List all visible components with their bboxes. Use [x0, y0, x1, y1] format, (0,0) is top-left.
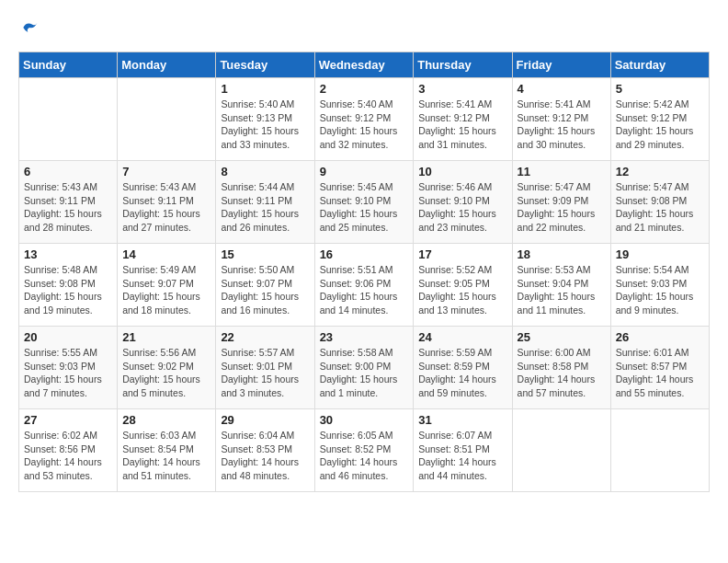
- calendar-week-row: 20Sunrise: 5:55 AM Sunset: 9:03 PM Dayli…: [19, 327, 710, 409]
- day-detail: Sunrise: 5:42 AM Sunset: 9:12 PM Dayligh…: [616, 98, 704, 152]
- day-detail: Sunrise: 6:03 AM Sunset: 8:54 PM Dayligh…: [122, 429, 210, 483]
- logo: [18, 18, 39, 37]
- weekday-header-friday: Friday: [512, 52, 610, 78]
- day-detail: Sunrise: 6:04 AM Sunset: 8:53 PM Dayligh…: [221, 429, 309, 483]
- calendar-cell: 31Sunrise: 6:07 AM Sunset: 8:51 PM Dayli…: [414, 409, 512, 492]
- day-number: 14: [122, 247, 210, 261]
- calendar-cell: 29Sunrise: 6:04 AM Sunset: 8:53 PM Dayli…: [216, 409, 314, 492]
- calendar-week-row: 27Sunrise: 6:02 AM Sunset: 8:56 PM Dayli…: [19, 409, 710, 492]
- day-number: 7: [122, 165, 210, 178]
- day-detail: Sunrise: 5:41 AM Sunset: 9:12 PM Dayligh…: [418, 98, 506, 152]
- day-detail: Sunrise: 5:47 AM Sunset: 9:09 PM Dayligh…: [518, 180, 606, 235]
- day-number: 10: [418, 165, 506, 178]
- calendar-cell: 15Sunrise: 5:50 AM Sunset: 9:07 PM Dayli…: [216, 244, 314, 327]
- day-number: 30: [320, 413, 409, 427]
- calendar-cell: 21Sunrise: 5:56 AM Sunset: 9:02 PM Dayli…: [118, 327, 216, 409]
- day-detail: Sunrise: 5:51 AM Sunset: 9:06 PM Dayligh…: [320, 263, 409, 317]
- calendar-cell: 24Sunrise: 5:59 AM Sunset: 8:59 PM Dayli…: [414, 327, 512, 409]
- calendar-cell: 25Sunrise: 6:00 AM Sunset: 8:58 PM Dayli…: [512, 327, 610, 409]
- calendar-cell: 18Sunrise: 5:53 AM Sunset: 9:04 PM Dayli…: [512, 244, 610, 327]
- day-detail: Sunrise: 6:00 AM Sunset: 8:58 PM Dayligh…: [518, 346, 606, 400]
- day-number: 4: [518, 82, 606, 96]
- calendar-cell: 17Sunrise: 5:52 AM Sunset: 9:05 PM Dayli…: [414, 244, 512, 327]
- calendar-cell: 10Sunrise: 5:46 AM Sunset: 9:10 PM Dayli…: [414, 161, 512, 244]
- weekday-header-monday: Monday: [118, 52, 216, 78]
- calendar-week-row: 13Sunrise: 5:48 AM Sunset: 9:08 PM Dayli…: [19, 244, 710, 327]
- day-detail: Sunrise: 5:43 AM Sunset: 9:11 PM Dayligh…: [24, 180, 112, 235]
- calendar-cell: 27Sunrise: 6:02 AM Sunset: 8:56 PM Dayli…: [19, 409, 118, 492]
- calendar-header-row: SundayMondayTuesdayWednesdayThursdayFrid…: [19, 52, 710, 78]
- calendar-cell: 28Sunrise: 6:03 AM Sunset: 8:54 PM Dayli…: [118, 409, 216, 492]
- day-number: 17: [418, 247, 506, 261]
- weekday-header-saturday: Saturday: [610, 52, 709, 78]
- day-detail: Sunrise: 5:57 AM Sunset: 9:01 PM Dayligh…: [221, 346, 309, 400]
- calendar-cell: 11Sunrise: 5:47 AM Sunset: 9:09 PM Dayli…: [512, 161, 610, 244]
- day-number: 9: [320, 165, 409, 178]
- weekday-header-wednesday: Wednesday: [314, 52, 414, 78]
- weekday-header-tuesday: Tuesday: [216, 52, 314, 78]
- calendar-week-row: 1Sunrise: 5:40 AM Sunset: 9:13 PM Daylig…: [19, 78, 710, 161]
- day-number: 27: [24, 413, 112, 427]
- day-number: 6: [24, 165, 112, 178]
- calendar-cell: 5Sunrise: 5:42 AM Sunset: 9:12 PM Daylig…: [610, 78, 709, 161]
- calendar-cell: 3Sunrise: 5:41 AM Sunset: 9:12 PM Daylig…: [414, 78, 512, 161]
- calendar-cell: 12Sunrise: 5:47 AM Sunset: 9:08 PM Dayli…: [610, 161, 709, 244]
- day-detail: Sunrise: 5:46 AM Sunset: 9:10 PM Dayligh…: [418, 180, 506, 235]
- day-number: 3: [418, 82, 506, 96]
- calendar-table: SundayMondayTuesdayWednesdayThursdayFrid…: [18, 52, 710, 492]
- day-number: 25: [518, 330, 606, 344]
- calendar-cell: 23Sunrise: 5:58 AM Sunset: 9:00 PM Dayli…: [314, 327, 414, 409]
- day-number: 24: [418, 330, 506, 344]
- calendar-cell: 6Sunrise: 5:43 AM Sunset: 9:11 PM Daylig…: [19, 161, 118, 244]
- calendar-cell: 20Sunrise: 5:55 AM Sunset: 9:03 PM Dayli…: [19, 327, 118, 409]
- weekday-header-sunday: Sunday: [19, 52, 118, 78]
- calendar-week-row: 6Sunrise: 5:43 AM Sunset: 9:11 PM Daylig…: [19, 161, 710, 244]
- day-detail: Sunrise: 5:41 AM Sunset: 9:12 PM Dayligh…: [518, 98, 606, 152]
- day-detail: Sunrise: 5:40 AM Sunset: 9:13 PM Dayligh…: [221, 98, 309, 152]
- calendar-cell: 7Sunrise: 5:43 AM Sunset: 9:11 PM Daylig…: [118, 161, 216, 244]
- day-detail: Sunrise: 5:50 AM Sunset: 9:07 PM Dayligh…: [221, 263, 309, 317]
- calendar-cell: 26Sunrise: 6:01 AM Sunset: 8:57 PM Dayli…: [610, 327, 709, 409]
- day-number: 18: [518, 247, 606, 261]
- calendar-cell: 9Sunrise: 5:45 AM Sunset: 9:10 PM Daylig…: [314, 161, 414, 244]
- day-detail: Sunrise: 5:48 AM Sunset: 9:08 PM Dayligh…: [24, 263, 112, 317]
- calendar-cell: 19Sunrise: 5:54 AM Sunset: 9:03 PM Dayli…: [610, 244, 709, 327]
- day-detail: Sunrise: 5:53 AM Sunset: 9:04 PM Dayligh…: [518, 263, 606, 317]
- day-detail: Sunrise: 6:05 AM Sunset: 8:52 PM Dayligh…: [320, 429, 409, 483]
- day-detail: Sunrise: 5:58 AM Sunset: 9:00 PM Dayligh…: [320, 346, 409, 400]
- day-detail: Sunrise: 5:44 AM Sunset: 9:11 PM Dayligh…: [221, 180, 309, 235]
- day-detail: Sunrise: 6:07 AM Sunset: 8:51 PM Dayligh…: [418, 429, 506, 483]
- day-number: 20: [24, 330, 112, 344]
- day-detail: Sunrise: 5:55 AM Sunset: 9:03 PM Dayligh…: [24, 346, 112, 400]
- day-detail: Sunrise: 6:01 AM Sunset: 8:57 PM Dayligh…: [616, 346, 704, 400]
- calendar-cell: [610, 409, 709, 492]
- calendar-cell: 13Sunrise: 5:48 AM Sunset: 9:08 PM Dayli…: [19, 244, 118, 327]
- day-number: 15: [221, 247, 309, 261]
- day-number: 19: [616, 247, 704, 261]
- calendar-cell: 16Sunrise: 5:51 AM Sunset: 9:06 PM Dayli…: [314, 244, 414, 327]
- day-detail: Sunrise: 5:56 AM Sunset: 9:02 PM Dayligh…: [122, 346, 210, 400]
- day-detail: Sunrise: 5:47 AM Sunset: 9:08 PM Dayligh…: [616, 180, 704, 235]
- calendar-body: 1Sunrise: 5:40 AM Sunset: 9:13 PM Daylig…: [19, 78, 710, 492]
- day-number: 29: [221, 413, 309, 427]
- day-number: 21: [122, 330, 210, 344]
- calendar-cell: 2Sunrise: 5:40 AM Sunset: 9:12 PM Daylig…: [314, 78, 414, 161]
- day-number: 2: [320, 82, 409, 96]
- day-detail: Sunrise: 5:52 AM Sunset: 9:05 PM Dayligh…: [418, 263, 506, 317]
- day-number: 5: [616, 82, 704, 96]
- day-number: 23: [320, 330, 409, 344]
- calendar-cell: [19, 78, 118, 161]
- calendar-cell: 4Sunrise: 5:41 AM Sunset: 9:12 PM Daylig…: [512, 78, 610, 161]
- day-number: 26: [616, 330, 704, 344]
- calendar-cell: 8Sunrise: 5:44 AM Sunset: 9:11 PM Daylig…: [216, 161, 314, 244]
- day-number: 31: [418, 413, 506, 427]
- weekday-header-thursday: Thursday: [414, 52, 512, 78]
- calendar-cell: [512, 409, 610, 492]
- page-header: [18, 18, 710, 37]
- day-detail: Sunrise: 5:54 AM Sunset: 9:03 PM Dayligh…: [616, 263, 704, 317]
- day-number: 13: [24, 247, 112, 261]
- calendar-cell: 22Sunrise: 5:57 AM Sunset: 9:01 PM Dayli…: [216, 327, 314, 409]
- day-detail: Sunrise: 5:40 AM Sunset: 9:12 PM Dayligh…: [320, 98, 409, 152]
- calendar-cell: 14Sunrise: 5:49 AM Sunset: 9:07 PM Dayli…: [118, 244, 216, 327]
- day-detail: Sunrise: 6:02 AM Sunset: 8:56 PM Dayligh…: [24, 429, 112, 483]
